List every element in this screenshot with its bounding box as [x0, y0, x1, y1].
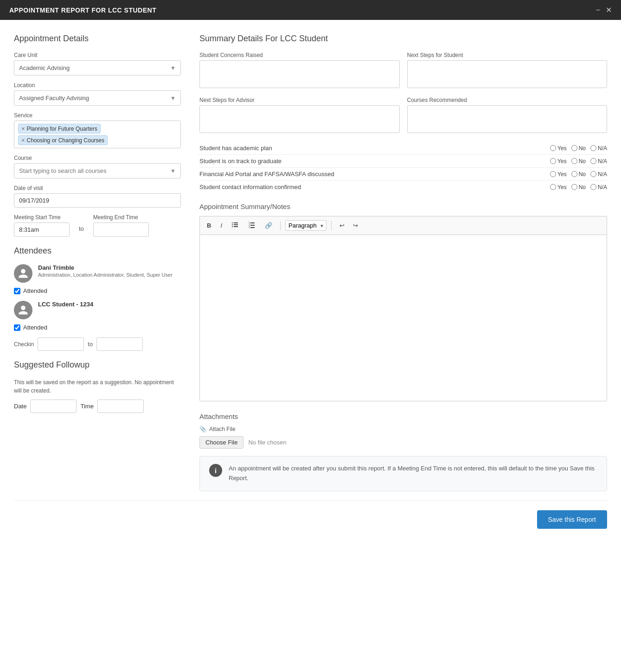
svg-rect-1 [234, 222, 238, 223]
ordered-list-button[interactable]: 1.2.3. [245, 219, 259, 232]
radio-row-1: Student has academic plan Yes No N/A [199, 142, 607, 155]
radio-q1-text: Student has academic plan [199, 145, 272, 152]
followup-section: Suggested Followup This will be saved on… [14, 360, 181, 413]
location-group: Location Assigned Faculty Advising ▼ [14, 82, 181, 106]
checkin-input[interactable] [38, 337, 84, 351]
attachments-heading: Attachments [199, 412, 607, 420]
main-content: Appointment Details Care Unit Academic A… [0, 20, 621, 501]
end-time-input[interactable] [93, 222, 149, 237]
attendee-2-avatar [14, 301, 32, 319]
radio-row-3: Financial Aid Portal and FAFSA/WASFA dis… [199, 168, 607, 181]
right-panel: Summary Details For LCC Student Student … [199, 34, 607, 491]
attendee-2-name: LCC Student - 1234 [38, 301, 181, 308]
course-label: Course [14, 155, 181, 161]
course-input[interactable] [14, 164, 180, 178]
info-text: An appointment will be created after you… [229, 464, 597, 483]
svg-rect-7 [250, 222, 255, 223]
care-unit-group: Care Unit Academic Advising ▼ [14, 52, 181, 76]
concerns-textarea[interactable] [199, 60, 400, 88]
toolbar-separator [280, 221, 281, 230]
date-label: Date of visit [14, 185, 181, 191]
radio-q1-options: Yes No N/A [550, 145, 607, 152]
toolbar-separator-2 [331, 221, 332, 230]
radio-q4-yes[interactable]: Yes [550, 184, 567, 190]
radio-q1-no[interactable]: No [571, 145, 586, 152]
courses-recommended-textarea[interactable] [407, 105, 608, 133]
notes-section: Appointment Summary/Notes B I 1.2.3. 🔗 P… [199, 203, 607, 401]
window-controls: − ✕ [596, 6, 612, 14]
checkout-input[interactable] [96, 337, 143, 351]
next-steps-student-textarea[interactable] [407, 60, 608, 88]
radio-row-4: Student contact information confirmed Ye… [199, 181, 607, 193]
followup-row: Date Time [14, 399, 181, 413]
followup-date-input[interactable] [30, 399, 77, 413]
undo-redo-group: ↩ ↪ [336, 220, 361, 231]
care-unit-select[interactable]: Academic Advising [14, 61, 180, 75]
start-time-group: Meeting Start Time [14, 214, 70, 237]
radio-q4-na[interactable]: N/A [590, 184, 607, 190]
paragraph-wrapper[interactable]: Paragraph Heading 1 Heading 2 ▼ [285, 220, 327, 231]
no-file-text: No file chosen [248, 439, 286, 446]
attendee-2-attended-checkbox[interactable] [14, 324, 20, 331]
service-group: Service × Planning for Future Quarters ×… [14, 112, 181, 148]
care-unit-select-wrapper[interactable]: Academic Advising ▼ [14, 60, 181, 76]
radio-q1-na[interactable]: N/A [590, 145, 607, 152]
radio-q3-no[interactable]: No [571, 171, 586, 178]
attendee-1-attended-checkbox[interactable] [14, 288, 20, 294]
notes-editor[interactable] [199, 235, 607, 401]
left-panel: Appointment Details Care Unit Academic A… [14, 34, 181, 491]
service-tag-2-remove[interactable]: × [21, 137, 25, 144]
to-separator: to [79, 225, 84, 232]
location-select-wrapper[interactable]: Assigned Faculty Advising ▼ [14, 90, 181, 106]
followup-date-label: Date [14, 403, 26, 410]
choose-file-button[interactable]: Choose File [199, 436, 243, 449]
checkin-label: Checkin [14, 341, 34, 348]
bullet-list-button[interactable] [228, 219, 242, 232]
svg-rect-5 [234, 226, 238, 227]
service-tag-1-remove[interactable]: × [21, 125, 25, 132]
radio-q3-yes[interactable]: Yes [550, 171, 567, 178]
link-button[interactable]: 🔗 [262, 220, 275, 231]
course-select-wrapper[interactable]: ▼ [14, 163, 181, 178]
attendee-1-avatar [14, 264, 32, 283]
notes-toolbar: B I 1.2.3. 🔗 Paragraph Heading 1 Heading… [199, 216, 607, 235]
location-label: Location [14, 82, 181, 89]
info-box: i An appointment will be created after y… [199, 456, 607, 491]
italic-button[interactable]: I [217, 220, 225, 231]
summary-grid: Student Concerns Raised Next Steps for S… [199, 52, 607, 134]
undo-button[interactable]: ↩ [336, 220, 348, 231]
date-input[interactable] [14, 193, 181, 208]
minimize-button[interactable]: − [596, 6, 600, 14]
svg-text:3.: 3. [249, 226, 250, 228]
bold-button[interactable]: B [204, 220, 214, 231]
followup-time-input[interactable] [97, 399, 144, 413]
attachments-section: Attachments 📎 Attach File Choose File No… [199, 412, 607, 449]
radio-q3-na[interactable]: N/A [590, 171, 607, 178]
radio-q4-no[interactable]: No [571, 184, 586, 190]
save-report-button[interactable]: Save this Report [537, 510, 608, 529]
attendee-2-info: LCC Student - 1234 [38, 301, 181, 308]
close-button[interactable]: ✕ [606, 6, 612, 14]
redo-button[interactable]: ↪ [350, 220, 361, 231]
radio-q2-yes[interactable]: Yes [550, 158, 567, 165]
end-time-label: Meeting End Time [93, 214, 149, 221]
appointment-details-heading: Appointment Details [14, 34, 181, 44]
attendee-2-attended-row: Attended [14, 324, 181, 331]
location-select[interactable]: Assigned Faculty Advising [14, 91, 180, 105]
service-tag-2-label: Choosing or Changing Courses [27, 137, 104, 144]
meeting-time-group: Meeting Start Time to Meeting End Time [14, 214, 181, 237]
start-time-input[interactable] [14, 222, 70, 237]
service-tag-1-label: Planning for Future Quarters [27, 126, 97, 132]
svg-rect-0 [232, 222, 233, 223]
radio-q1-yes[interactable]: Yes [550, 145, 567, 152]
next-steps-student-field: Next Steps for Student [407, 52, 608, 89]
radio-q2-no[interactable]: No [571, 158, 586, 165]
paragraph-select[interactable]: Paragraph Heading 1 Heading 2 [285, 220, 327, 231]
window-title: APPOINTMENT REPORT FOR LCC STUDENT [9, 6, 156, 14]
course-group: Course ▼ [14, 155, 181, 178]
radio-q4-text: Student contact information confirmed [199, 184, 301, 190]
attendee-1: Dani Trimble Administration, Location Ad… [14, 264, 181, 283]
radio-q2-na[interactable]: N/A [590, 158, 607, 165]
next-steps-advisor-textarea[interactable] [199, 105, 400, 133]
service-tags-container[interactable]: × Planning for Future Quarters × Choosin… [14, 120, 181, 148]
